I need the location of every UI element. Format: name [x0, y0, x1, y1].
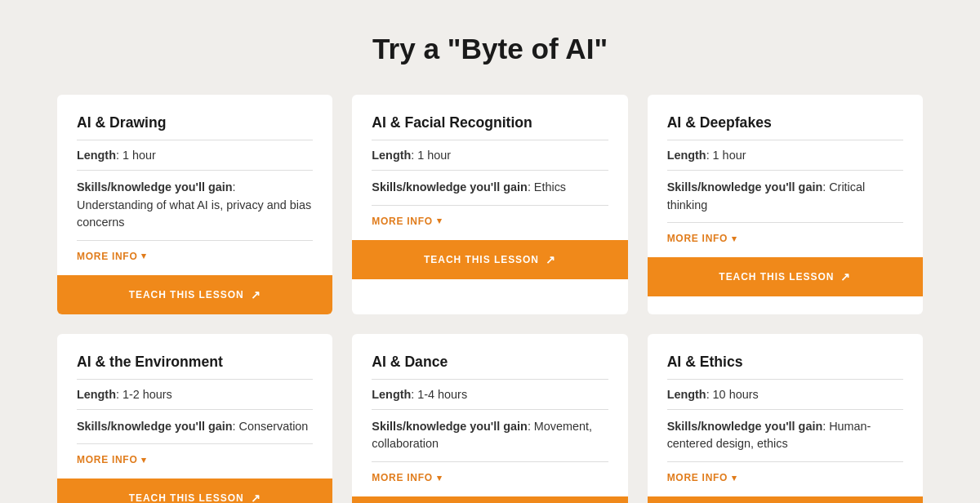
card-title-ethics: AI & Ethics [667, 354, 903, 380]
card-length-facial-recognition: Length: 1 hour [372, 149, 608, 171]
more-info-button-facial-recognition[interactable]: MORE INFO ▾ [372, 216, 608, 227]
card-skills-ethics: Skills/knowledge you'll gain: Human-cent… [667, 418, 903, 462]
card-title-drawing: AI & Drawing [77, 114, 313, 140]
teach-btn-label: TEACH THIS LESSON [129, 289, 244, 300]
card-title-deepfakes: AI & Deepfakes [667, 114, 903, 140]
card-skills-drawing: Skills/knowledge you'll gain: Understand… [77, 179, 313, 241]
teach-lesson-button-deepfakes[interactable]: TEACH THIS LESSON ↗ [648, 257, 923, 296]
card-length-environment: Length: 1-2 hours [77, 388, 313, 410]
card-title-environment: AI & the Environment [77, 354, 313, 380]
teach-lesson-button-environment[interactable]: TEACH THIS LESSON ↗ [57, 479, 332, 503]
card-dance: AI & Dance Length: 1-4 hours Skills/know… [352, 334, 627, 503]
external-link-icon: ↗ [251, 492, 261, 503]
page-title: Try a "Byte of AI" [372, 33, 608, 65]
chevron-down-icon: ▾ [437, 473, 443, 483]
more-info-button-deepfakes[interactable]: MORE INFO ▾ [667, 233, 903, 244]
chevron-down-icon: ▾ [732, 473, 737, 483]
card-skills-dance: Skills/knowledge you'll gain: Movement, … [372, 418, 608, 462]
card-title-dance: AI & Dance [372, 354, 608, 380]
teach-btn-label: TEACH THIS LESSON [129, 492, 244, 503]
chevron-down-icon: ▾ [732, 234, 737, 244]
card-drawing: AI & Drawing Length: 1 hour Skills/knowl… [57, 95, 332, 314]
chevron-down-icon: ▾ [141, 455, 147, 465]
card-facial-recognition: AI & Facial Recognition Length: 1 hour S… [352, 95, 627, 314]
card-length-ethics: Length: 10 hours [667, 388, 903, 410]
card-length-drawing: Length: 1 hour [77, 149, 313, 171]
card-length-deepfakes: Length: 1 hour [667, 149, 903, 171]
teach-btn-label: TEACH THIS LESSON [424, 254, 539, 265]
more-info-label: MORE INFO [372, 216, 432, 227]
external-link-icon: ↗ [840, 270, 851, 283]
more-info-label: MORE INFO [77, 251, 137, 262]
more-info-label: MORE INFO [77, 454, 137, 465]
courses-grid: AI & Drawing Length: 1 hour Skills/knowl… [57, 95, 923, 503]
teach-btn-label: TEACH THIS LESSON [719, 271, 834, 283]
card-deepfakes: AI & Deepfakes Length: 1 hour Skills/kno… [648, 95, 923, 314]
chevron-down-icon: ▾ [141, 251, 147, 261]
chevron-down-icon: ▾ [437, 216, 443, 226]
more-info-button-dance[interactable]: MORE INFO ▾ [372, 472, 608, 483]
card-skills-facial-recognition: Skills/knowledge you'll gain: Ethics [372, 179, 608, 206]
more-info-button-drawing[interactable]: MORE INFO ▾ [77, 251, 313, 262]
more-info-button-ethics[interactable]: MORE INFO ▾ [667, 472, 903, 483]
teach-lesson-button-dance[interactable]: TEACH THIS LESSON ↗ [352, 496, 627, 503]
teach-lesson-button-facial-recognition[interactable]: TEACH THIS LESSON ↗ [352, 240, 627, 279]
external-link-icon: ↗ [546, 253, 556, 266]
teach-lesson-button-drawing[interactable]: TEACH THIS LESSON ↗ [57, 275, 332, 314]
card-skills-environment: Skills/knowledge you'll gain: Conservati… [77, 418, 313, 445]
more-info-label: MORE INFO [667, 472, 728, 483]
more-info-label: MORE INFO [667, 233, 728, 244]
card-skills-deepfakes: Skills/knowledge you'll gain: Critical t… [667, 179, 903, 223]
more-info-label: MORE INFO [372, 472, 432, 483]
card-ethics: AI & Ethics Length: 10 hours Skills/know… [648, 334, 923, 503]
card-title-facial-recognition: AI & Facial Recognition [372, 114, 608, 140]
teach-lesson-button-ethics[interactable]: TEACH THIS LESSON ↗ [648, 496, 923, 503]
card-length-dance: Length: 1-4 hours [372, 388, 608, 410]
card-environment: AI & the Environment Length: 1-2 hours S… [57, 334, 332, 503]
external-link-icon: ↗ [251, 288, 261, 301]
more-info-button-environment[interactable]: MORE INFO ▾ [77, 454, 313, 465]
